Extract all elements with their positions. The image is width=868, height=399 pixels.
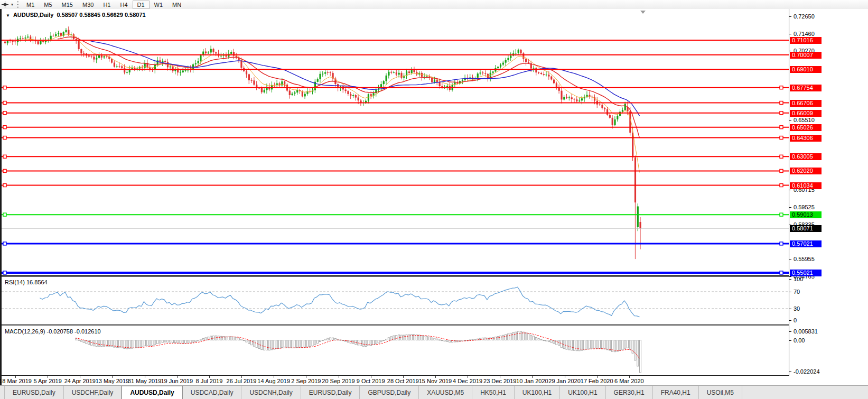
cursor-dropdown-arrow-icon[interactable]: ▾ [10,2,15,7]
macd-histogram-bar [76,339,77,340]
candle-down [439,82,441,86]
chart-tab-usoil-m5[interactable]: USOil,M5 [699,386,742,399]
candle-up [324,72,326,74]
timeframe-button-mn[interactable]: MN [167,1,186,9]
macd-histogram-bar [576,340,577,351]
chart-tab-ger30-h1[interactable]: GER30,H1 [606,386,653,399]
chart-tab-gbpusd-daily[interactable]: GBPUSD,Daily [360,386,419,399]
candle-down [106,57,107,57]
chart-tab-eurusd-daily[interactable]: EURUSD,Daily [301,386,360,399]
candle-up [500,64,501,67]
candle-down [347,91,349,94]
rsi-indicator-panel[interactable]: RSI(14) 16.8564 [2,277,789,324]
candle-down [114,63,115,67]
candle-down [261,88,263,92]
price-line-label: 0.65026 [790,124,822,131]
line-handle [3,126,6,129]
main-chart-panel[interactable]: ▼AUDUSD,Daily 0.58507 0.58845 0.56629 0.… [2,9,789,275]
chart-tab-hk50-h1[interactable]: HK50,H1 [472,386,515,399]
macd-histogram-bar [172,340,173,343]
candle-down [525,59,527,62]
date-axis[interactable]: 18 Mar 20195 Apr 201924 Apr 201913 May 2… [2,376,789,385]
crosshair-cursor-icon[interactable] [0,1,10,8]
macd-histogram-bar [617,340,618,352]
macd-histogram-bar [500,336,501,340]
macd-histogram-bar [449,340,451,342]
macd-histogram-bar [510,333,511,340]
candle-down [164,61,166,62]
candle-down [604,108,605,109]
candle-down [482,72,483,73]
candle-down [284,81,285,85]
panel-separator[interactable] [0,275,868,276]
chart-tab-uk100-h1[interactable]: UK100,H1 [515,386,560,399]
price-line-label: 0.61034 [790,182,822,189]
macd-histogram-bar [492,338,494,340]
timeframe-button-h4[interactable]: H4 [115,1,132,9]
macd-histogram-bar [149,340,151,346]
candle-up [27,36,29,38]
chart-tab-usdchf-daily[interactable]: USDCHF,Daily [64,386,122,399]
rsi-canvas[interactable] [2,277,789,324]
candle-up [365,101,367,103]
candle-down [408,71,410,73]
axis-tick-dash [789,259,791,259]
macd-histogram-bar [104,340,105,347]
timeframe-button-m30[interactable]: M30 [78,1,98,9]
macd-histogram-bar [154,340,156,345]
macd-histogram-bar [294,340,295,348]
chart-tab-eurusd-daily[interactable]: EURUSD,Daily [4,386,64,399]
panel-separator[interactable] [0,324,868,325]
timeframe-button-d1[interactable]: D1 [133,1,150,9]
timeframe-buttons: M1M5M15M30H1H4D1W1MN [22,1,186,9]
rsi-axis-label: 30 [794,305,800,312]
timeframe-button-h1[interactable]: H1 [98,1,115,9]
candle-down [88,55,90,57]
candle-down [540,73,542,74]
timeframe-button-m5[interactable]: M5 [39,1,57,9]
macd-histogram-bar [627,340,628,348]
timeframe-button-w1[interactable]: W1 [150,1,168,9]
chart-tab-uk100-h1[interactable]: UK100,H1 [560,386,605,399]
macd-histogram-bar [525,333,527,340]
macd-histogram-bar [136,340,138,348]
candlestick-canvas[interactable] [2,9,789,275]
price-line-label: 0.64306 [790,135,822,142]
macd-histogram-bar [464,340,466,341]
candle-down [629,112,631,133]
macd-histogram-bar [332,338,333,340]
macd-histogram-bar [515,332,517,340]
macd-histogram-bar [497,337,499,340]
candle-down [522,53,524,59]
macd-histogram-bar [296,340,298,348]
line-handle [780,184,783,187]
candle-up [317,79,319,82]
chart-tab-audusd-daily[interactable]: AUDUSD,Daily [122,386,182,399]
macd-histogram-bar [198,340,199,341]
rsi-axis-label: 0 [794,317,797,324]
timeframe-button-m1[interactable]: M1 [22,1,39,9]
chart-title-caret-icon[interactable]: ▼ [6,13,10,18]
chart-tab-usdcnh-daily[interactable]: USDCNH,Daily [241,386,301,399]
macd-axis-label: 0.00 [794,337,805,344]
toolbar-grip[interactable] [17,1,18,8]
macd-canvas[interactable] [2,326,789,375]
candle-up [24,38,26,39]
chart-tab-fra40-h1[interactable]: FRA40,H1 [653,386,699,399]
macd-histogram-bar [358,340,359,345]
price-axis[interactable]: 0.726500.714600.702700.655100.607150.595… [789,9,868,376]
macd-histogram-bar [243,340,245,341]
macd-histogram-bar [546,340,547,341]
timeframe-button-m15[interactable]: M15 [57,1,78,9]
macd-indicator-panel[interactable]: MACD(12,26,9) -0.020758 -0.012610 [2,326,789,375]
chart-tab-usdcad-daily[interactable]: USDCAD,Daily [183,386,242,399]
candle-up [264,90,265,92]
candle-down [520,50,521,53]
candle-down [4,42,6,43]
chart-tab-xauusd-m5[interactable]: XAUUSD,M5 [419,386,472,399]
candle-down [73,34,74,39]
candle-up [434,80,435,82]
candle-down [205,52,207,53]
candle-up [492,71,494,72]
macd-histogram-bar [142,340,143,347]
